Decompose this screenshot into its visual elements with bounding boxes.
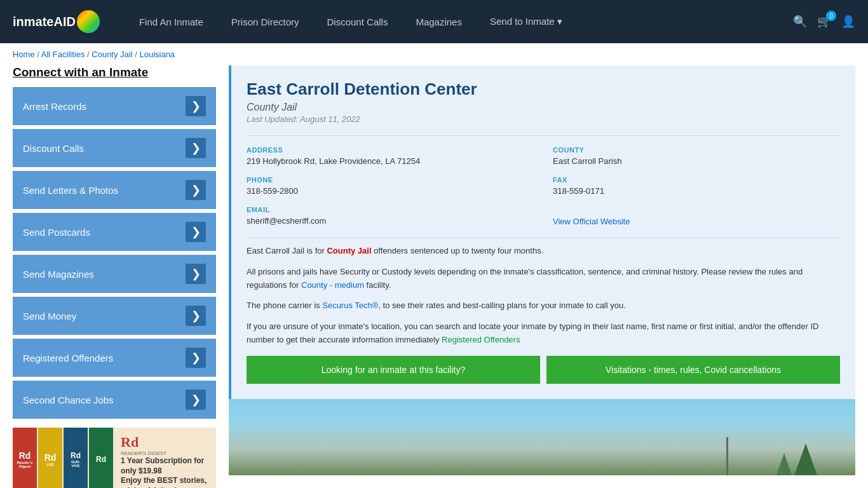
nav-magazines[interactable]: Magazines bbox=[402, 17, 476, 27]
user-account-button[interactable]: 👤 bbox=[841, 15, 855, 29]
county-jail-link[interactable]: County Jail bbox=[327, 246, 371, 255]
header-icons: 🔍 🛒 0 👤 bbox=[793, 15, 855, 29]
breadcrumb-all-facilities[interactable]: All Facilities bbox=[41, 50, 85, 59]
sidebar-item-second-chance-jobs[interactable]: Second Chance Jobs ❯ bbox=[13, 381, 216, 419]
main-layout: Connect with an Inmate Arrest Records ❯ … bbox=[0, 65, 868, 488]
ad-text: Rd READER'S DIGEST 1 Year Subscription f… bbox=[114, 428, 216, 488]
sidebar-label-send-postcards: Send Postcards bbox=[23, 227, 90, 238]
action-buttons: Looking for an inmate at this facility? … bbox=[247, 356, 840, 384]
address-value: 219 Hollybrook Rd, Lake Providence, LA 7… bbox=[247, 156, 534, 166]
nav-find-inmate[interactable]: Find An Inmate bbox=[125, 17, 217, 27]
registered-offenders-link[interactable]: Registered Offenders bbox=[442, 335, 520, 344]
fax-label: FAX bbox=[553, 176, 840, 184]
arrow-icon: ❯ bbox=[186, 138, 206, 158]
advertisement: RdReader'sDigest RdLEE RdSUR-VIVE Rd Rea… bbox=[13, 428, 216, 488]
main-nav: Find An Inmate Prison Directory Discount… bbox=[125, 16, 793, 27]
county-medium-link[interactable]: County - medium bbox=[301, 280, 364, 290]
sidebar-item-send-letters-photos[interactable]: Send Letters & Photos ❯ bbox=[13, 171, 216, 209]
ad-headline: 1 Year Subscription for only $19.98Enjoy… bbox=[121, 456, 210, 488]
sidebar-label-send-money: Send Money bbox=[23, 311, 76, 322]
sidebar-label-discount-calls: Discount Calls bbox=[23, 143, 84, 154]
tree-decoration-1 bbox=[776, 453, 792, 475]
address-label: ADDRESS bbox=[247, 146, 534, 154]
sidebar-label-send-magazines: Send Magazines bbox=[23, 269, 94, 280]
facility-type: County Jail bbox=[247, 102, 840, 113]
ad-sub-text: READER'S DIGEST bbox=[121, 451, 210, 456]
facility-address-block: ADDRESS 219 Hollybrook Rd, Lake Providen… bbox=[247, 146, 534, 166]
sidebar-item-arrest-records[interactable]: Arrest Records ❯ bbox=[13, 87, 216, 125]
sidebar-item-send-postcards[interactable]: Send Postcards ❯ bbox=[13, 213, 216, 251]
facility-fax-block: FAX 318-559-0171 bbox=[553, 176, 840, 196]
cart-badge: 0 bbox=[826, 11, 836, 21]
facility-email-block: EMAIL sheriff@ecsheriff.com bbox=[247, 206, 534, 226]
sidebar-item-registered-offenders[interactable]: Registered Offenders ❯ bbox=[13, 339, 216, 377]
facility-last-updated: Last Updated: August 11, 2022 bbox=[247, 114, 840, 124]
find-inmate-button[interactable]: Looking for an inmate at this facility? bbox=[247, 356, 540, 384]
phone-value: 318-559-2800 bbox=[247, 186, 534, 196]
breadcrumb-home[interactable]: Home bbox=[13, 50, 35, 59]
arrow-icon: ❯ bbox=[186, 264, 206, 284]
fax-value: 318-559-0171 bbox=[553, 186, 840, 196]
user-icon: 👤 bbox=[841, 15, 855, 28]
arrow-icon: ❯ bbox=[186, 348, 206, 368]
magazine-cover-2: RdLEE bbox=[38, 428, 62, 488]
facility-website-block: View Official Website bbox=[553, 206, 840, 226]
facility-phone-block: PHONE 318-559-2800 bbox=[247, 176, 534, 196]
sidebar-item-send-money[interactable]: Send Money ❯ bbox=[13, 297, 216, 335]
logo-icon bbox=[77, 10, 100, 33]
facility-county-block: COUNTY East Carroll Parish bbox=[553, 146, 840, 166]
sidebar-label-second-chance-jobs: Second Chance Jobs bbox=[23, 395, 114, 405]
official-website-link[interactable]: View Official Website bbox=[553, 217, 630, 226]
nav-send-to-inmate[interactable]: Send to Inmate ▾ bbox=[476, 16, 576, 27]
cart-button[interactable]: 🛒 0 bbox=[817, 15, 831, 29]
county-value: East Carroll Parish bbox=[553, 156, 840, 166]
pole-decoration bbox=[726, 437, 728, 475]
magazine-cover-3: RdSUR-VIVE bbox=[64, 428, 88, 488]
sidebar-item-discount-calls[interactable]: Discount Calls ❯ bbox=[13, 129, 216, 167]
sidebar-label-registered-offenders: Registered Offenders bbox=[23, 353, 113, 363]
magazine-cover-1: RdReader'sDigest bbox=[13, 428, 37, 488]
desc-para-2: All prisons and jails have Security or C… bbox=[247, 266, 840, 292]
facility-description: East Carroll Jail is for County Jail off… bbox=[247, 238, 840, 384]
sidebar-title: Connect with an Inmate bbox=[13, 65, 216, 79]
desc3-text: The phone carrier is bbox=[247, 301, 322, 310]
desc-para-1: East Carroll Jail is for County Jail off… bbox=[247, 245, 840, 258]
sidebar-item-send-magazines[interactable]: Send Magazines ❯ bbox=[13, 255, 216, 293]
visitations-button[interactable]: Visitations - times, rules, Covid cancel… bbox=[546, 356, 840, 384]
nav-discount-calls[interactable]: Discount Calls bbox=[313, 17, 402, 27]
desc-para-4: If you are unsure of your inmate's locat… bbox=[247, 320, 840, 347]
arrow-icon: ❯ bbox=[186, 306, 206, 326]
email-value: sheriff@ecsheriff.com bbox=[247, 216, 534, 226]
nav-prison-directory[interactable]: Prison Directory bbox=[217, 17, 313, 27]
desc2-rest: facility. bbox=[364, 280, 391, 290]
content-area: East Carroll Detention Center County Jai… bbox=[229, 65, 855, 488]
breadcrumb: Home / All Facilities / County Jail / Lo… bbox=[0, 43, 868, 65]
breadcrumb-state[interactable]: Louisiana bbox=[139, 50, 175, 59]
securus-link[interactable]: Securus Tech® bbox=[322, 301, 378, 310]
desc1-rest: offenders sentenced up to twenty four mo… bbox=[372, 246, 544, 255]
arrow-icon: ❯ bbox=[186, 390, 206, 410]
facility-photo bbox=[229, 399, 855, 475]
desc-para-3: The phone carrier is Securus Tech®, to s… bbox=[247, 299, 840, 313]
sidebar: Connect with an Inmate Arrest Records ❯ … bbox=[13, 65, 216, 488]
county-label: COUNTY bbox=[553, 146, 840, 154]
website-spacer bbox=[553, 206, 840, 214]
site-header: inmateAID Find An Inmate Prison Director… bbox=[0, 0, 868, 43]
arrow-icon: ❯ bbox=[186, 96, 206, 116]
desc3-rest: , to see their rates and best-calling pl… bbox=[378, 301, 625, 310]
magazine-cover-4: Rd bbox=[89, 428, 113, 488]
search-icon: 🔍 bbox=[793, 15, 807, 28]
ad-magazines: RdReader'sDigest RdLEE RdSUR-VIVE Rd Rea… bbox=[13, 428, 114, 488]
email-label: EMAIL bbox=[247, 206, 534, 214]
desc4-text: If you are unsure of your inmate's locat… bbox=[247, 322, 818, 344]
facility-info-grid: ADDRESS 219 Hollybrook Rd, Lake Providen… bbox=[247, 135, 840, 226]
facility-card: East Carroll Detention Center County Jai… bbox=[229, 65, 855, 399]
ad-logo: Rd bbox=[121, 434, 210, 451]
arrow-icon: ❯ bbox=[186, 180, 206, 200]
breadcrumb-county-jail[interactable]: County Jail bbox=[92, 50, 132, 59]
sidebar-label-send-letters-photos: Send Letters & Photos bbox=[23, 185, 118, 196]
logo[interactable]: inmateAID bbox=[13, 10, 100, 33]
tree-decoration-2 bbox=[794, 444, 817, 475]
logo-text: inmateAID bbox=[13, 15, 76, 29]
search-button[interactable]: 🔍 bbox=[793, 15, 807, 29]
